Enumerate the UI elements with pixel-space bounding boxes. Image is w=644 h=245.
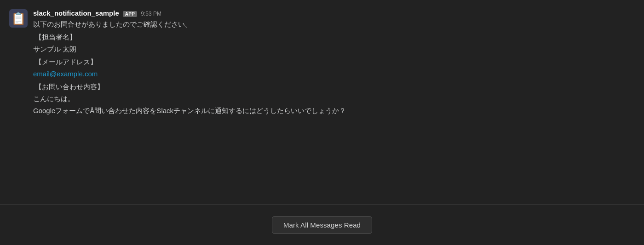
section-email: 【メールアドレス】 email@example.com bbox=[33, 57, 635, 80]
email-label: 【メールアドレス】 bbox=[33, 57, 635, 68]
section-name: 【担当者名】 サンプル 太朗 bbox=[33, 32, 635, 55]
name-label: 【担当者名】 bbox=[33, 32, 635, 43]
message-area: 📋 slack_notification_sample APP 9:53 PM … bbox=[0, 0, 644, 204]
content-line1: こんにちは。 bbox=[33, 93, 635, 104]
message-row: 📋 slack_notification_sample APP 9:53 PM … bbox=[9, 9, 635, 117]
message-body: 以下のお問合せがありましたのでご確認ください。 【担当者名】 サンプル 太朗 【… bbox=[33, 19, 635, 116]
avatar: 📋 bbox=[9, 9, 28, 28]
content-label: 【お問い合わせ内容】 bbox=[33, 81, 635, 92]
intro-text: 以下のお問合せがありましたのでご確認ください。 bbox=[33, 19, 635, 30]
content-line2: GoogleフォームでÅ問い合わせた内容をSlackチャンネルに通知するにはどう… bbox=[33, 105, 635, 116]
email-link[interactable]: email@example.com bbox=[33, 70, 98, 78]
message-header: slack_notification_sample APP 9:53 PM bbox=[33, 9, 635, 17]
section-content: 【お問い合わせ内容】 こんにちは。 GoogleフォームでÅ問い合わせた内容をS… bbox=[33, 81, 635, 116]
username: slack_notification_sample bbox=[33, 9, 119, 17]
name-value: サンプル 太朗 bbox=[33, 44, 635, 55]
app-badge: APP bbox=[123, 11, 137, 17]
bottom-bar: Mark All Messages Read bbox=[0, 205, 644, 245]
message-content: slack_notification_sample APP 9:53 PM 以下… bbox=[33, 9, 635, 117]
timestamp: 9:53 PM bbox=[141, 11, 161, 17]
mark-all-read-button[interactable]: Mark All Messages Read bbox=[272, 216, 372, 234]
avatar-icon: 📋 bbox=[11, 11, 26, 26]
